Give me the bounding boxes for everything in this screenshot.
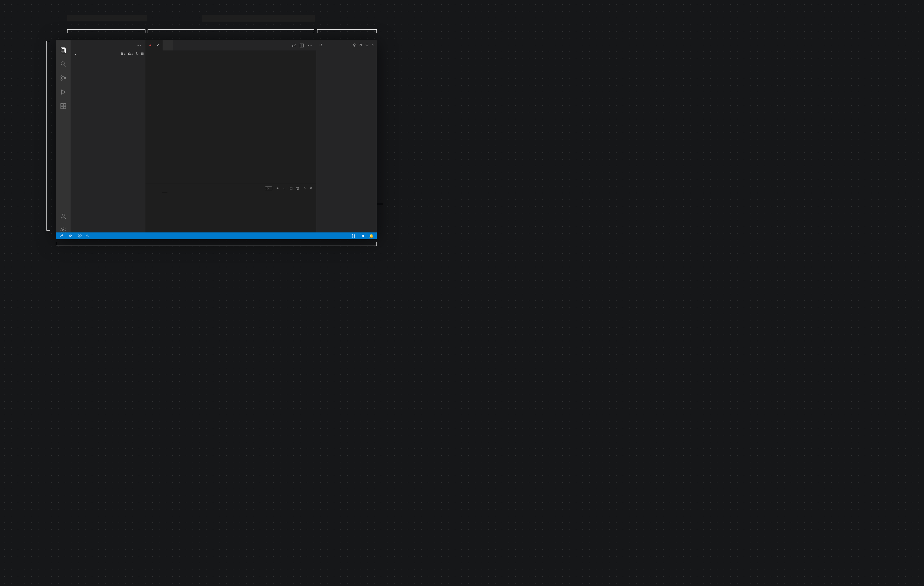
chevron-down-icon: ⌄ bbox=[73, 52, 77, 56]
status-feedback-icon[interactable]: ☻ bbox=[361, 233, 365, 238]
ann-primary-sidebar bbox=[67, 15, 147, 22]
shell-selector[interactable]: ▷ bbox=[265, 186, 272, 190]
explorer-more-icon[interactable]: ⋯ bbox=[136, 42, 141, 48]
svg-rect-0 bbox=[61, 47, 64, 52]
bottom-panel: ▷ ＋ ⌄ ◫ 🗑 ＾ × bbox=[145, 183, 316, 238]
close2-icon[interactable]: × bbox=[371, 43, 374, 47]
split-icon[interactable]: ◫ bbox=[299, 42, 304, 48]
pin-icon[interactable]: ⚲ bbox=[353, 43, 356, 47]
new-terminal-icon[interactable]: ＋ bbox=[276, 186, 279, 190]
timeline-icon: ↺ bbox=[319, 43, 323, 47]
new-file-icon[interactable]: 🗎₊ bbox=[120, 52, 125, 56]
svg-point-2 bbox=[61, 62, 64, 65]
activity-explorer-icon[interactable] bbox=[59, 46, 67, 54]
explorer-root[interactable]: ⌄ 🗎₊ 🗀₊ ↻ ⊟ bbox=[71, 50, 145, 57]
trash-icon[interactable]: 🗑 bbox=[296, 186, 299, 190]
gulp-icon: ● bbox=[149, 43, 152, 47]
bracket-status bbox=[56, 242, 377, 246]
svg-point-5 bbox=[61, 79, 62, 80]
status-lang[interactable]: { } bbox=[352, 233, 356, 238]
editor-more-icon[interactable]: ⋯ bbox=[308, 42, 313, 48]
refresh-icon[interactable]: ↻ bbox=[136, 52, 139, 56]
ann-editor bbox=[202, 15, 315, 22]
status-problems[interactable]: ⓧ ⚠ bbox=[78, 233, 91, 238]
svg-point-13 bbox=[62, 229, 64, 231]
activity-extensions-icon[interactable] bbox=[59, 102, 67, 110]
svg-rect-9 bbox=[64, 104, 66, 106]
svg-marker-7 bbox=[62, 90, 66, 94]
bracket-primary bbox=[67, 29, 145, 33]
bracket-editor bbox=[148, 29, 314, 33]
svg-line-3 bbox=[64, 65, 66, 67]
compare-icon[interactable]: ⇄ bbox=[292, 42, 296, 48]
status-sync[interactable]: ⟳ bbox=[69, 233, 74, 238]
close-panel-icon[interactable]: × bbox=[310, 186, 312, 190]
activity-debug-icon[interactable] bbox=[59, 88, 67, 96]
status-bar: ⎇ ⟳ ⓧ ⚠ { } ☻ 🔔 bbox=[56, 232, 377, 239]
tab-untitled[interactable] bbox=[163, 40, 173, 50]
tab-gulpfile[interactable]: ● × bbox=[145, 40, 163, 50]
status-bell-icon[interactable]: 🔔 bbox=[369, 233, 374, 238]
activity-search-icon[interactable] bbox=[59, 60, 67, 68]
ptab-terminal[interactable] bbox=[162, 183, 167, 193]
svg-rect-1 bbox=[62, 48, 65, 53]
editor-area: ● × ⇄ ◫ ⋯ bbox=[145, 40, 316, 238]
activity-account-icon[interactable] bbox=[59, 212, 67, 220]
explorer-header: ⋯ bbox=[71, 40, 145, 50]
svg-point-6 bbox=[64, 78, 66, 79]
refresh2-icon[interactable]: ↻ bbox=[359, 43, 362, 47]
svg-point-12 bbox=[62, 214, 64, 216]
editor-actions: ⇄ ◫ ⋯ bbox=[288, 40, 316, 50]
bracket-secondary bbox=[317, 29, 377, 33]
panel-tabs: ▷ ＋ ⌄ ◫ 🗑 ＾ × bbox=[145, 183, 316, 193]
svg-rect-8 bbox=[61, 104, 63, 106]
new-folder-icon[interactable]: 🗀₊ bbox=[128, 52, 133, 56]
code-content[interactable] bbox=[154, 50, 316, 183]
svg-point-4 bbox=[61, 76, 62, 77]
line-gutter bbox=[145, 50, 154, 183]
collapse-icon[interactable]: ⊟ bbox=[141, 52, 144, 56]
split-terminal-icon[interactable]: ◫ bbox=[289, 186, 292, 190]
activity-scm-icon[interactable] bbox=[59, 74, 67, 82]
status-branch[interactable]: ⎇ bbox=[59, 233, 65, 238]
code-editor[interactable] bbox=[145, 50, 316, 183]
maximize-icon[interactable]: ＾ bbox=[303, 186, 307, 190]
close-icon[interactable]: × bbox=[157, 43, 159, 48]
dropdown-icon[interactable]: ⌄ bbox=[283, 186, 286, 190]
ide-window: ⋯ ⌄ 🗎₊ 🗀₊ ↻ ⊟ › ● × bbox=[56, 40, 377, 238]
activity-bar bbox=[56, 40, 71, 238]
editor-tabs: ● × ⇄ ◫ ⋯ bbox=[145, 40, 316, 50]
primary-sidebar: ⋯ ⌄ 🗎₊ 🗀₊ ↻ ⊟ › bbox=[71, 40, 145, 238]
svg-rect-11 bbox=[64, 106, 66, 109]
file-tree[interactable] bbox=[71, 57, 145, 231]
secondary-sidebar: ↺ ⚲ ↻ ▽ × bbox=[316, 40, 377, 238]
filter-icon[interactable]: ▽ bbox=[365, 43, 368, 47]
terminal-content[interactable] bbox=[145, 193, 316, 238]
bracket-activity bbox=[46, 41, 50, 231]
svg-rect-10 bbox=[61, 106, 63, 109]
